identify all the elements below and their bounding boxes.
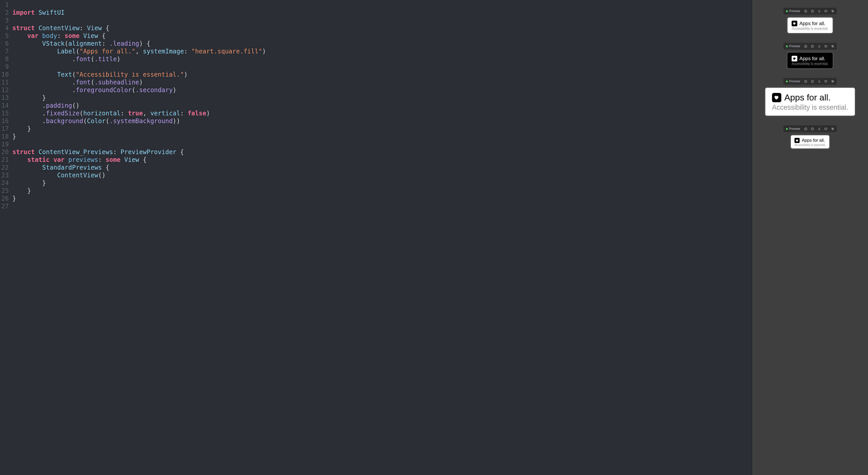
preview-canvas[interactable]: Preview Apps for all.Accessibility is es…: [752, 0, 868, 475]
code-line[interactable]: }: [12, 187, 752, 195]
code-token: (): [72, 102, 80, 109]
code-token: font: [76, 79, 91, 86]
code-token: StandardPreviews: [42, 164, 102, 171]
code-line[interactable]: }: [12, 133, 752, 141]
export-button[interactable]: [816, 8, 822, 14]
export-button[interactable]: [816, 79, 822, 84]
svg-rect-12: [825, 80, 827, 82]
code-token: Label: [57, 48, 75, 55]
code-line[interactable]: .font(.subheadline): [12, 79, 752, 86]
export-button[interactable]: [816, 126, 822, 131]
code-line[interactable]: import SwiftUI: [12, 9, 752, 17]
line-number: 2: [0, 9, 9, 17]
code-token: [12, 187, 27, 195]
variants-button[interactable]: [809, 8, 816, 14]
preview-toolbar-label: Preview: [789, 9, 800, 13]
code-line[interactable]: .fixedSize(horizontal: true, vertical: f…: [12, 110, 752, 117]
code-line[interactable]: Text("Accessibility is essential."): [12, 71, 752, 79]
code-line[interactable]: [12, 1, 752, 9]
code-token: [35, 25, 38, 32]
live-preview-button[interactable]: [803, 43, 809, 49]
code-token: PreviewProvider: [121, 148, 177, 156]
code-token: some: [64, 32, 80, 39]
live-preview-button[interactable]: [803, 8, 809, 14]
export-button[interactable]: [816, 43, 822, 49]
code-token: (: [72, 71, 75, 78]
code-line[interactable]: .background(Color(.systemBackground)): [12, 117, 752, 125]
code-token: ): [206, 110, 210, 117]
live-preview-button[interactable]: [803, 126, 809, 131]
duplicate-button[interactable]: [830, 79, 836, 84]
variants-button[interactable]: [809, 43, 816, 49]
code-token: false: [188, 110, 206, 117]
code-line[interactable]: [12, 202, 752, 210]
preview-card-frame[interactable]: Apps for all.Accessibility is essential.: [790, 134, 830, 149]
variants-button[interactable]: [809, 79, 816, 84]
line-number: 26: [0, 195, 9, 202]
code-area[interactable]: import SwiftUI struct ContentView: View …: [12, 1, 752, 475]
preview-card-frame[interactable]: Apps for all.Accessibility is essential.: [786, 17, 833, 34]
code-token: (: [64, 40, 68, 47]
code-line[interactable]: }: [12, 94, 752, 102]
code-token: }: [12, 133, 16, 140]
code-token: import: [12, 9, 35, 16]
code-line[interactable]: var body: some View {: [12, 32, 752, 40]
code-token: ): [173, 87, 176, 94]
preview-card-frame[interactable]: Apps for all.Accessibility is essential.: [786, 52, 833, 69]
code-token: .title: [94, 56, 117, 63]
preview-card-frame[interactable]: Apps for all.Accessibility is essential.: [764, 87, 856, 117]
line-number: 6: [0, 40, 9, 48]
device-button[interactable]: [823, 79, 829, 84]
code-line[interactable]: struct ContentView_Previews: PreviewProv…: [12, 148, 752, 156]
code-token: (: [132, 87, 135, 94]
code-line[interactable]: ContentView(): [12, 171, 752, 179]
code-token: [12, 102, 42, 109]
code-token: systemImage: [143, 48, 184, 55]
code-line[interactable]: }: [12, 125, 752, 133]
code-token: (: [76, 48, 80, 55]
device-button[interactable]: [823, 126, 829, 131]
preview-title: Apps for all.: [784, 92, 831, 102]
preview-status-chip: Preview: [784, 126, 802, 131]
code-token: [12, 110, 42, 117]
code-line[interactable]: }: [12, 179, 752, 187]
code-line[interactable]: static var previews: some View {: [12, 156, 752, 164]
code-line[interactable]: }: [12, 195, 752, 202]
code-line[interactable]: .foregroundColor(.secondary): [12, 86, 752, 94]
code-token: [12, 40, 42, 47]
code-token: [35, 9, 38, 16]
code-line[interactable]: Label("Apps for all.", systemImage: "hea…: [12, 48, 752, 55]
code-line[interactable]: .padding(): [12, 102, 752, 110]
duplicate-button[interactable]: [830, 126, 836, 131]
svg-rect-17: [825, 128, 827, 129]
code-line[interactable]: VStack(alignment: .leading) {: [12, 40, 752, 48]
device-button[interactable]: [823, 8, 829, 14]
code-token: :: [121, 110, 128, 117]
code-token: ,: [135, 48, 143, 55]
preview-card: Apps for all.Accessibility is essential.: [765, 88, 855, 116]
code-line[interactable]: [12, 63, 752, 71]
duplicate-button[interactable]: [830, 43, 836, 49]
duplicate-button[interactable]: [830, 8, 836, 14]
code-line[interactable]: [12, 17, 752, 24]
code-token: struct: [12, 25, 35, 32]
code-token: [12, 79, 72, 86]
line-number: 20: [0, 148, 9, 156]
code-token: [12, 32, 27, 39]
code-token: [50, 156, 54, 164]
code-token: [12, 117, 42, 125]
code-line[interactable]: .font(.title): [12, 55, 752, 63]
code-line[interactable]: struct ContentView: View {: [12, 24, 752, 32]
device-button[interactable]: [823, 43, 829, 49]
line-number: 27: [0, 202, 9, 210]
code-line[interactable]: StandardPreviews {: [12, 164, 752, 171]
preview-block: Preview Apps for all.Accessibility is es…: [764, 78, 856, 117]
code-editor[interactable]: 1234567891011121314151617181920212223242…: [0, 0, 752, 475]
heart-square-fill-icon: [772, 93, 781, 102]
preview-title-row: Apps for all.: [792, 21, 828, 26]
variants-button[interactable]: [809, 126, 816, 131]
code-token: (: [91, 79, 94, 86]
live-preview-button[interactable]: [803, 79, 809, 84]
code-token: (: [80, 110, 83, 117]
code-line[interactable]: [12, 141, 752, 148]
